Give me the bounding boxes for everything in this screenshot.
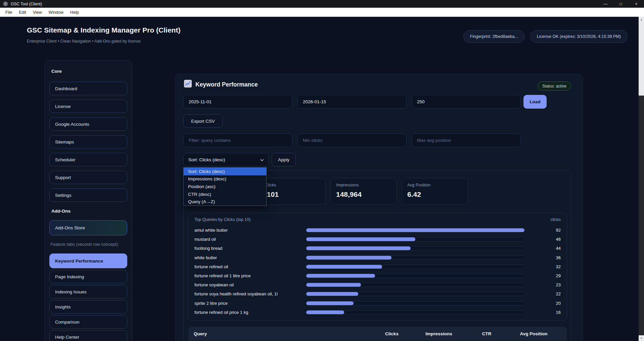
table-header: QueryClicksImpressionsCTRAvg Position [188, 327, 567, 341]
chevron-down-icon [260, 157, 264, 162]
top-queries-chart: Top Queries by Clicks (top 10) clicks am… [188, 213, 567, 321]
chart-bar-track [306, 283, 525, 287]
minimize-button[interactable]: — [598, 0, 613, 8]
chart-row-value: 44 [529, 246, 561, 251]
chart-bar-track [306, 274, 525, 278]
sidebar-item[interactable]: Dashboard [49, 82, 127, 95]
chart-bar-fill [306, 310, 344, 314]
panel-title-row: Keyword Performance [184, 80, 258, 89]
feature-tab[interactable]: Keyword Performance [49, 253, 127, 268]
chart-row: amul white butter 92 [194, 226, 561, 235]
sidebar-item-label: Support [55, 175, 71, 180]
chart-bar-track [306, 237, 525, 241]
feature-tab[interactable]: Page Indexing [49, 270, 127, 283]
sidebar-item[interactable]: License [49, 100, 127, 113]
close-button[interactable]: × [629, 0, 644, 8]
maximize-button[interactable]: □ [613, 0, 629, 8]
chart-row-value: 92 [529, 228, 561, 233]
feature-tab[interactable]: Insights [49, 300, 127, 314]
start-date-input[interactable] [183, 95, 292, 109]
chart-bar-fill [306, 283, 361, 287]
stat-card: Avg Position 6.42 [402, 178, 468, 205]
min-clicks-input[interactable] [297, 133, 407, 147]
sidebar-item[interactable]: Google Accounts [49, 117, 127, 131]
sort-option[interactable]: Query (A→Z) [184, 198, 266, 206]
sort-option-label: CTR (desc) [188, 192, 211, 197]
sort-select-value: Sort: Clicks (desc) [188, 157, 225, 162]
sidebar-item[interactable]: Settings [49, 188, 127, 202]
apply-button[interactable]: Apply [272, 153, 296, 166]
scrollbar[interactable]: ▲ ▼ [639, 17, 644, 341]
feature-tab[interactable]: Comparison [49, 315, 127, 329]
chart-bar-track [306, 310, 525, 315]
feature-tabs-label: Feature tabs (second row concept): [50, 242, 127, 247]
sidebar-item-addons-store[interactable]: Add-Ons Store [49, 220, 127, 235]
chart-row-label: fortune soyabean oil [194, 282, 302, 287]
menu-item[interactable]: File [2, 9, 15, 16]
end-date-input[interactable] [297, 95, 407, 109]
feature-tab-label: Help Center [55, 335, 79, 340]
scroll-up-button[interactable]: ▲ [639, 17, 644, 22]
menu-item[interactable]: Window [45, 9, 67, 16]
chart-row-value: 23 [529, 282, 561, 287]
scroll-thumb[interactable] [639, 22, 644, 96]
sort-option[interactable]: CTR (desc) [184, 190, 266, 198]
chart-bar-fill [306, 292, 358, 296]
feature-tab-label: Indexing Issues [55, 289, 87, 294]
scroll-down-button[interactable]: ▼ [639, 335, 644, 341]
chart-bar-track [306, 246, 525, 250]
sidebar-item-label: Sitemaps [55, 139, 74, 145]
sidebar-item-label: Settings [55, 193, 72, 198]
load-button[interactable]: Load [523, 95, 547, 109]
max-avg-position-input[interactable] [412, 133, 521, 147]
sort-select[interactable]: Sort: Clicks (desc) [183, 153, 269, 166]
feature-tab[interactable]: Indexing Issues [49, 285, 127, 298]
chart-bar-track [306, 255, 525, 260]
chart-row-value: 20 [529, 301, 561, 306]
table-column-header: Avg Position [506, 331, 561, 336]
chart-row-value: 22 [529, 291, 561, 296]
chart-bar-track [306, 301, 525, 305]
chart-row-label: fortune refined oil 1 litre price [194, 273, 302, 278]
chart-bar-fill [306, 256, 392, 260]
chart-bar-fill [306, 228, 524, 232]
sort-dropdown: Sort: Clicks (desc) Impressions (desc) P… [183, 167, 267, 206]
row-limit-input[interactable] [412, 95, 521, 109]
sort-option[interactable]: Impressions (desc) [184, 175, 266, 183]
stat-card-value: ,101 [265, 190, 320, 198]
stat-card: Impressions 148,964 [330, 178, 397, 205]
chart-row-label: fortune refined oil [194, 264, 302, 269]
chart-rows: amul white butter 92 mustard oil 46 [194, 226, 561, 317]
table-column-header: CTR [467, 331, 506, 336]
menu-item[interactable]: View [30, 9, 45, 16]
sort-option-label: Sort: Clicks (desc) [188, 169, 225, 174]
sidebar-item[interactable]: Support [49, 171, 127, 184]
load-controls-row: Load [183, 95, 547, 109]
filter-query-input[interactable] [183, 133, 292, 147]
chart-row-label: fortune refined oil price 1 kg [194, 310, 302, 315]
chart-row-label: amul white butter [194, 228, 302, 233]
chart-row: sprite 2 litre price 20 [194, 299, 561, 308]
chart-row-value: 29 [529, 273, 561, 278]
app-icon [3, 1, 8, 6]
sort-row: Sort: Clicks (desc) Apply [183, 153, 296, 166]
table-column-header: Impressions [410, 331, 467, 336]
chart-unit-label: clicks [550, 217, 561, 222]
sort-option[interactable]: Position (asc) [184, 183, 266, 190]
feature-tab[interactable]: Help Center [49, 330, 127, 341]
chart-bar-fill [306, 274, 375, 278]
sidebar-item-label: Google Accounts [55, 122, 89, 127]
sidebar-item[interactable]: Scheduler [49, 153, 127, 166]
menu-bar: FileEditViewWindowHelp [0, 8, 644, 17]
sort-option[interactable]: Sort: Clicks (desc) [184, 168, 266, 175]
chart-bar-fill [306, 237, 415, 241]
menu-item[interactable]: Edit [15, 9, 30, 16]
menu-item[interactable]: Help [67, 9, 82, 16]
export-csv-button[interactable]: Export CSV [183, 114, 223, 128]
chart-bar-track [306, 265, 525, 269]
feature-tab-label: Keyword Performance [55, 259, 103, 264]
chart-row-value: 16 [529, 310, 561, 315]
sidebar-item-label: Dashboard [55, 86, 77, 91]
window-title: GSC Tool (Client) [11, 2, 42, 6]
sidebar-item[interactable]: Sitemaps [49, 135, 127, 149]
